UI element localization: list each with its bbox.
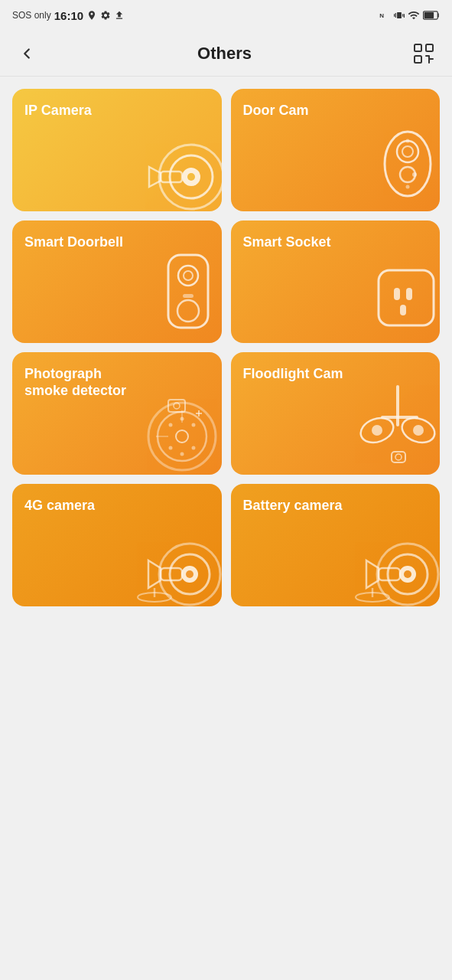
svg-point-13 [397, 141, 418, 162]
svg-point-14 [402, 146, 413, 157]
card-label-smart-socket: Smart Socket [243, 234, 363, 251]
svg-point-62 [404, 570, 411, 578]
battery-icon [423, 10, 440, 21]
svg-text:N: N [379, 12, 384, 19]
device-grid: IP Camera Door Cam [0, 77, 452, 619]
card-label-4g-camera: 4G camera [24, 498, 145, 514]
svg-rect-26 [406, 288, 412, 300]
svg-point-16 [412, 172, 417, 177]
wifi-icon [408, 9, 420, 21]
svg-point-30 [176, 430, 188, 443]
icon-floodlight-cam [340, 375, 440, 475]
svg-rect-49 [392, 452, 405, 462]
card-floodlight-cam[interactable]: Floodlight Cam [231, 352, 441, 475]
svg-point-36 [168, 423, 172, 427]
svg-rect-3 [415, 44, 421, 51]
svg-rect-10 [161, 172, 182, 182]
card-label-ip-camera: IP Camera [24, 103, 145, 119]
svg-point-32 [191, 423, 195, 427]
svg-point-50 [395, 454, 402, 460]
icon-door-cam [340, 112, 440, 211]
icon-smart-socket [348, 251, 440, 343]
sos-text: SOS only [12, 10, 51, 21]
svg-point-20 [178, 266, 198, 286]
card-label-smart-doorbell: Smart Doorbell [24, 234, 145, 251]
vibrate-icon [394, 10, 405, 21]
scan-button[interactable] [408, 38, 440, 70]
settings-icon [100, 10, 111, 21]
card-label-floodlight-cam: Floodlight Cam [243, 366, 363, 383]
card-smoke-detector[interactable]: Photograph smoke detector [12, 352, 222, 475]
card-battery-camera[interactable]: Battery camera [231, 484, 441, 606]
card-4g-camera[interactable]: 4G camera [12, 484, 222, 606]
svg-point-18 [406, 185, 410, 189]
svg-point-22 [177, 300, 199, 322]
svg-point-48 [413, 425, 424, 436]
svg-point-35 [168, 446, 172, 450]
svg-point-33 [191, 446, 195, 450]
svg-rect-24 [379, 270, 434, 325]
card-label-smoke-detector: Photograph smoke detector [24, 366, 145, 399]
card-label-door-cam: Door Cam [243, 103, 363, 119]
status-right: N [379, 9, 440, 21]
card-ip-camera[interactable]: IP Camera [12, 89, 222, 211]
status-bar: SOS only 16:10 N [0, 0, 452, 31]
status-left: SOS only 16:10 [12, 9, 125, 22]
svg-rect-25 [394, 288, 400, 300]
svg-point-9 [187, 173, 195, 181]
icon-ip-camera [122, 127, 222, 211]
card-smart-doorbell[interactable]: Smart Doorbell [12, 220, 222, 343]
svg-point-46 [372, 425, 382, 436]
icon-4g-camera [122, 514, 222, 606]
svg-rect-5 [415, 56, 421, 63]
location-icon [86, 10, 97, 21]
header: Others [0, 31, 452, 77]
card-smart-socket[interactable]: Smart Socket [231, 220, 441, 343]
icon-smart-doorbell [130, 243, 222, 343]
page-title: Others [41, 44, 408, 64]
svg-rect-27 [400, 305, 406, 315]
card-door-cam[interactable]: Door Cam [231, 89, 441, 211]
svg-rect-23 [183, 294, 193, 298]
time-text: 16:10 [54, 9, 83, 22]
svg-rect-2 [424, 12, 434, 18]
svg-point-17 [406, 139, 410, 143]
svg-point-54 [186, 570, 193, 578]
icon-battery-camera [340, 514, 440, 606]
upload-icon [114, 10, 125, 21]
card-label-battery-camera: Battery camera [243, 498, 363, 514]
svg-point-21 [184, 271, 193, 280]
svg-point-34 [180, 452, 184, 456]
svg-rect-4 [426, 44, 433, 51]
back-button[interactable] [12, 39, 41, 68]
nfc-icon: N [379, 9, 391, 21]
